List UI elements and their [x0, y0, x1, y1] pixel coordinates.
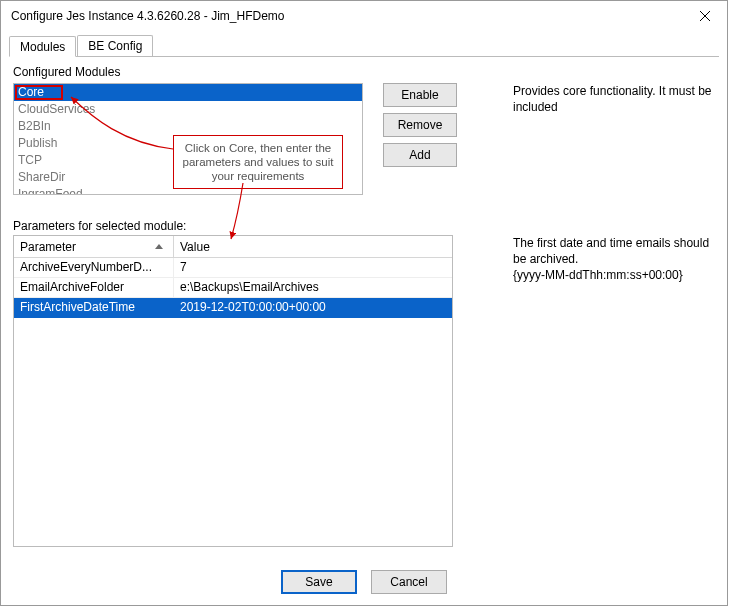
- content-area: Modules BE Config Configured Modules Cor…: [1, 31, 727, 559]
- title-bar: Configure Jes Instance 4.3.6260.28 - Jim…: [1, 1, 727, 31]
- module-buttons: Enable Remove Add: [383, 83, 457, 167]
- configured-modules-label: Configured Modules: [13, 65, 715, 79]
- cancel-button[interactable]: Cancel: [371, 570, 447, 594]
- tab-body: Configured Modules Core CloudServices B2…: [9, 57, 719, 551]
- params-area: Parameter Value ArchiveEveryNumberD... 7…: [13, 235, 715, 547]
- module-item-b2bin[interactable]: B2BIn: [14, 118, 362, 135]
- tab-modules[interactable]: Modules: [9, 36, 76, 57]
- param-name: FirstArchiveDateTime: [14, 298, 174, 318]
- remove-button[interactable]: Remove: [383, 113, 457, 137]
- parameters-label: Parameters for selected module:: [13, 219, 715, 233]
- module-item-core[interactable]: Core: [14, 84, 362, 101]
- header-parameter-label: Parameter: [20, 240, 76, 254]
- tab-strip: Modules BE Config: [9, 35, 719, 57]
- param-name: EmailArchiveFolder: [14, 278, 174, 298]
- param-value: 7: [174, 258, 452, 278]
- param-name: ArchiveEveryNumberD...: [14, 258, 174, 278]
- table-row[interactable]: ArchiveEveryNumberD... 7: [14, 258, 452, 278]
- table-row[interactable]: FirstArchiveDateTime 2019-12-02T0:00:00+…: [14, 298, 452, 318]
- module-description: Provides core functionality. It must be …: [513, 83, 718, 115]
- table-row[interactable]: EmailArchiveFolder e:\Backups\EmailArchi…: [14, 278, 452, 298]
- enable-button[interactable]: Enable: [383, 83, 457, 107]
- header-value[interactable]: Value: [174, 236, 452, 257]
- header-parameter[interactable]: Parameter: [14, 236, 174, 257]
- grid-header: Parameter Value: [14, 236, 452, 258]
- param-value: e:\Backups\EmailArchives: [174, 278, 452, 298]
- param-desc-line2: {yyyy-MM-ddThh:mm:ss+00:00}: [513, 267, 718, 283]
- top-area: Core CloudServices B2BIn Publish TCP Sha…: [13, 83, 715, 215]
- window-title: Configure Jes Instance 4.3.6260.28 - Jim…: [11, 9, 284, 23]
- save-button[interactable]: Save: [281, 570, 357, 594]
- parameters-grid[interactable]: Parameter Value ArchiveEveryNumberD... 7…: [13, 235, 453, 547]
- tab-be-config[interactable]: BE Config: [77, 35, 153, 56]
- module-item-cloudservices[interactable]: CloudServices: [14, 101, 362, 118]
- dialog-footer: Save Cancel: [1, 559, 727, 605]
- callout-box: Click on Core, then enter the parameters…: [173, 135, 343, 189]
- param-desc-line1: The first date and time emails should be…: [513, 235, 718, 267]
- close-icon: [700, 11, 710, 21]
- param-value: 2019-12-02T0:00:00+00:00: [174, 298, 452, 318]
- grid-body: ArchiveEveryNumberD... 7 EmailArchiveFol…: [14, 258, 452, 546]
- sort-ascending-icon: [155, 244, 163, 249]
- close-button[interactable]: [683, 1, 727, 31]
- parameter-description: The first date and time emails should be…: [513, 235, 718, 283]
- dialog-window: Configure Jes Instance 4.3.6260.28 - Jim…: [0, 0, 728, 606]
- add-button[interactable]: Add: [383, 143, 457, 167]
